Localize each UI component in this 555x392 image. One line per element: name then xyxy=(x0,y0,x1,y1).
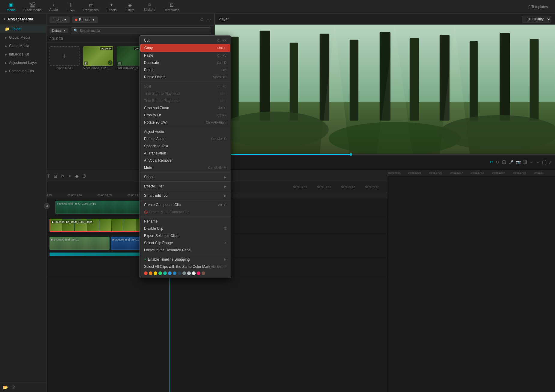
nav-audio[interactable]: ♪ Audio xyxy=(45,1,62,13)
ctx-copy[interactable]: Copy Ctrl+C xyxy=(140,44,230,52)
import-button[interactable]: Import ▼ xyxy=(50,16,70,23)
ctx-delete[interactable]: Delete Del xyxy=(140,66,231,73)
loop-icon[interactable]: ⟳ xyxy=(490,160,493,164)
nav-stickers[interactable]: ☺ Stickers xyxy=(139,1,159,13)
progress-bar-area[interactable] xyxy=(215,154,555,155)
sidebar-item-global[interactable]: ▶ Global Media xyxy=(0,33,46,42)
crop-button[interactable]: ⊡ xyxy=(52,173,58,179)
ctx-effect-filter[interactable]: Effect&Filter ▶ xyxy=(140,183,231,190)
headphone-icon[interactable]: 🎧 xyxy=(502,160,506,164)
expand-icon[interactable]: ⤢ xyxy=(548,160,552,165)
ctx-sep6 xyxy=(140,200,231,200)
color-dot-red[interactable] xyxy=(144,271,148,275)
ctx-mute[interactable]: Mute Ctrl+Shift+M xyxy=(140,164,231,171)
record-chevron-icon: ▼ xyxy=(92,18,95,21)
add-folder-icon[interactable]: 📂 xyxy=(3,385,8,390)
color-dot-darkblue[interactable] xyxy=(173,271,176,275)
sidebar-item-cloud[interactable]: ▶ Cloud Media xyxy=(0,42,46,50)
bracket-right-icon[interactable]: } xyxy=(545,160,547,165)
ctx-enable-snap[interactable]: ✓ Enable Timeline Snapping N xyxy=(140,256,231,263)
ctx-crop-zoom[interactable]: Crop and Zoom Alt+C xyxy=(140,104,231,112)
svg-rect-6 xyxy=(350,40,358,121)
color-dot-dark[interactable] xyxy=(178,271,181,275)
ctx-cut[interactable]: Cut Ctrl+X xyxy=(140,37,231,44)
ctx-paste[interactable]: Paste Ctrl+V xyxy=(140,52,231,59)
ctx-select-range[interactable]: Select Clip Range X xyxy=(140,239,231,247)
nav-stock-media[interactable]: 🎬 Stock Media xyxy=(20,1,45,13)
sidebar-item-folder[interactable]: 📁 Folder xyxy=(0,25,46,33)
color-dot-orange[interactable] xyxy=(149,271,152,275)
ctx-select-color[interactable]: Select All Clips with the Same Color Mar… xyxy=(140,263,231,270)
ctx-rename[interactable]: Rename xyxy=(140,218,231,225)
nav-media[interactable]: ▣ Media xyxy=(2,1,20,13)
nav-filters[interactable]: ◈ Filters xyxy=(121,1,139,13)
color-dot-blue[interactable] xyxy=(168,271,172,275)
screenshot-icon[interactable]: 🖼 xyxy=(523,160,527,164)
ctx-ai-translation[interactable]: AI Translation xyxy=(140,150,231,157)
sidebar-collapse-btn[interactable]: ◀ xyxy=(44,203,50,209)
ctx-disable-clip[interactable]: Disable Clip E xyxy=(140,225,231,232)
ctx-speed[interactable]: Speed ▶ xyxy=(140,173,231,181)
color-dot-gray[interactable] xyxy=(182,271,186,275)
sidebar-item-adjustment[interactable]: ▶ Adjustment Layer xyxy=(0,58,46,67)
zoom-out-icon[interactable]: － xyxy=(530,160,533,165)
bracket-left-icon[interactable]: { xyxy=(542,160,544,165)
ctx-export-clips[interactable]: Export Selected Clips xyxy=(140,232,231,239)
ctx-duplicate[interactable]: Duplicate Ctrl+D xyxy=(140,59,231,66)
mic-icon[interactable]: 🎤 xyxy=(509,160,514,164)
ctx-crop-fit[interactable]: Crop to Fit Ctrl+F xyxy=(140,112,231,119)
sort-chevron-icon: ▼ xyxy=(63,29,66,32)
zoom-in-icon[interactable]: ＋ xyxy=(536,160,540,165)
nav-effects[interactable]: ✦ Effects xyxy=(102,1,121,13)
ctx-sep1 xyxy=(140,82,231,82)
sidebar-item-compound[interactable]: ▶ Compound Clip xyxy=(0,67,46,75)
search-icon: 🔍 xyxy=(74,28,78,33)
ctx-speech-text[interactable]: Speech-to-Text xyxy=(140,142,231,150)
color-dot-pink[interactable] xyxy=(197,271,200,275)
text-button[interactable]: T xyxy=(46,173,51,179)
search-input[interactable] xyxy=(80,29,208,32)
video-frame xyxy=(215,25,555,154)
ctx-ai-vocal[interactable]: AI Vocal Remover xyxy=(140,157,231,164)
ctx-create-compound[interactable]: Create Compound Clip Alt+G xyxy=(140,201,231,208)
color-dot-white[interactable] xyxy=(192,271,196,275)
ctrl-icons-right: ⟳ ⚙ 🎧 🎤 📷 🖼 － ＋ xyxy=(490,160,540,165)
import-media-item[interactable]: + Import Media xyxy=(50,46,80,70)
effect-arrow-icon: ▶ xyxy=(224,185,226,188)
color-dot-yellow[interactable] xyxy=(154,271,157,275)
color-dot-teal[interactable] xyxy=(163,271,167,275)
ctx-smart-edit[interactable]: Smart Edit Tool ▶ xyxy=(140,192,231,199)
svg-rect-2 xyxy=(230,37,239,121)
color-dot-green[interactable] xyxy=(158,271,162,275)
filter-icon[interactable]: ⚙ xyxy=(200,17,204,22)
more-options-icon[interactable]: ⋯ xyxy=(206,17,211,22)
media-item-1-label: 5692323-hd_1920_108... xyxy=(83,67,113,70)
clip-video1-1[interactable]: ▶ 1409899-uhd_3840... xyxy=(50,237,110,250)
color-dot-brown[interactable] xyxy=(202,271,205,275)
speed-tl-button[interactable]: ⏱ xyxy=(81,173,88,179)
record-button[interactable]: Record ▼ xyxy=(72,16,98,23)
clip-v2-label: ▶ 5692323-hd_1920_1080_30fps xyxy=(51,220,93,223)
quality-select[interactable]: Full Quality xyxy=(522,16,551,22)
nav-titles[interactable]: T Titles xyxy=(63,1,79,13)
camera-icon[interactable]: 📷 xyxy=(516,160,521,164)
rotate-tl-button[interactable]: ↻ xyxy=(60,173,66,179)
delete-folder-icon[interactable]: 🗑 xyxy=(11,385,15,390)
ctx-rotate[interactable]: Rotate 90 CW Ctrl+Alt+Right xyxy=(140,119,231,126)
sort-default-button[interactable]: Default ▼ xyxy=(50,28,68,33)
color-dot-lightgray[interactable] xyxy=(187,271,191,275)
keyframe-button[interactable]: ◆ xyxy=(74,173,80,179)
ctx-create-multicam: 🚫 Create Multi-Camera Clip xyxy=(140,208,231,216)
effect-button[interactable]: ✦ xyxy=(67,173,73,179)
nav-transitions[interactable]: ⇄ Transitions xyxy=(80,1,102,13)
ctx-adjust-audio[interactable]: Adjust Audio xyxy=(140,128,231,135)
sidebar-item-influence[interactable]: ▶ Influence Kit xyxy=(0,50,46,58)
ctx-detach-audio[interactable]: Detach Audio Ctrl+Alt+D xyxy=(140,135,231,142)
video-controls: ▶ ◼ ⟳ ⚙ 🎧 🎤 📷 🖼 － ＋ { } ⤢ xyxy=(215,155,555,169)
ctx-locate-resource[interactable]: Locate in the Resource Panel xyxy=(140,247,231,254)
nav-templates[interactable]: ⊞ Templates xyxy=(160,1,184,13)
media-item-1[interactable]: ✓ 00:10:44 ◧ 5692323-hd_1920_108... xyxy=(83,46,113,70)
settings-icon[interactable]: ⚙ xyxy=(496,160,499,164)
ctx-ripple-delete[interactable]: Ripple Delete Shift+Del xyxy=(140,73,231,81)
ctx-trim-start: Trim Start to Playhead Alt+[ xyxy=(140,90,231,97)
